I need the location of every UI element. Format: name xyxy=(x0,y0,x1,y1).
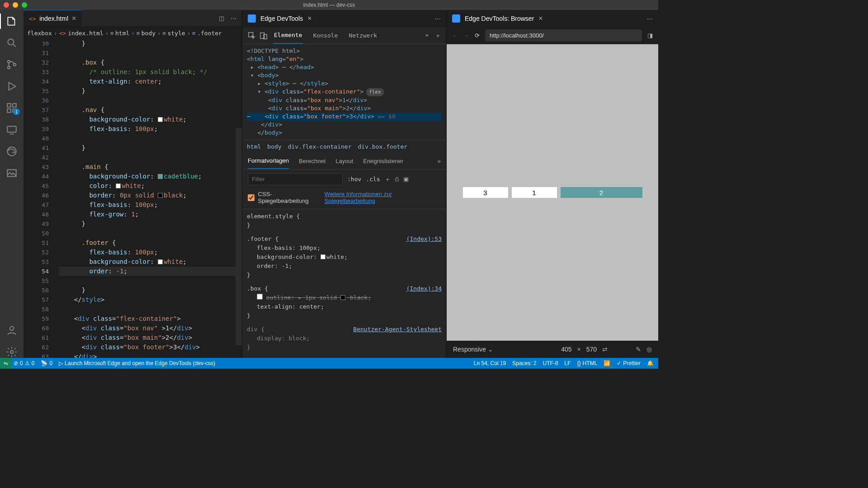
close-icon[interactable]: × xyxy=(307,14,311,23)
eyedropper-icon[interactable]: ✎ xyxy=(636,346,641,353)
svg-rect-10 xyxy=(7,169,16,176)
styles-filter-input[interactable] xyxy=(248,173,343,185)
bell-icon[interactable]: 🔔 xyxy=(647,360,654,366)
svg-point-3 xyxy=(14,63,16,66)
devtools-title: Edge DevTools xyxy=(260,15,303,22)
eol-button[interactable]: LF xyxy=(565,360,571,366)
source-link[interactable]: (Index):34 xyxy=(406,284,442,293)
cls-toggle[interactable]: .cls xyxy=(366,176,380,183)
launch-button[interactable]: ▷ Launch Microsoft Edge and open the Edg… xyxy=(59,360,215,366)
tab-index-html[interactable]: <> index.html × xyxy=(24,10,81,27)
cursor-position[interactable]: Ln 54, Col 19 xyxy=(474,360,506,366)
pin-icon[interactable]: ⎙ xyxy=(395,176,399,183)
back-icon[interactable]: ← xyxy=(452,32,458,39)
reload-icon[interactable]: ⟳ xyxy=(475,32,480,39)
mirror-checkbox[interactable] xyxy=(248,194,255,201)
window-controls[interactable] xyxy=(4,2,27,8)
svg-rect-8 xyxy=(7,126,16,132)
more-icon[interactable]: ⋯ xyxy=(647,15,653,22)
plus-icon[interactable]: ＋ xyxy=(435,32,441,40)
account-icon[interactable] xyxy=(6,324,18,336)
edge-icon[interactable] xyxy=(6,145,18,157)
browser-pane: Edge DevTools: Browser × ⋯ ← → ⟳ http://… xyxy=(447,10,658,358)
forward-icon[interactable]: → xyxy=(463,32,469,39)
tab-styles[interactable]: Formatvorlagen xyxy=(248,153,289,169)
close-window-icon[interactable] xyxy=(4,2,9,8)
dock-icon[interactable]: ◨ xyxy=(647,32,653,39)
close-icon[interactable]: × xyxy=(538,14,542,23)
edge-badge-icon xyxy=(248,14,256,23)
chevron-right-icon[interactable]: » xyxy=(438,153,441,169)
devtools-pane: Edge DevTools × ⋯ Elemente Konsole Netzw… xyxy=(242,10,447,358)
code-editor[interactable]: 3031323334353637383940414243444546474849… xyxy=(24,39,242,358)
explorer-icon[interactable] xyxy=(6,15,18,27)
maximize-window-icon[interactable] xyxy=(22,2,27,8)
breadcrumb[interactable]: flexbox› <>index.html› ⊞html› ⊞body› ⊞st… xyxy=(24,27,242,39)
indent-button[interactable]: Spaces: 2 xyxy=(512,360,536,366)
browser-tab-bar: Edge DevTools: Browser × ⋯ xyxy=(447,10,658,27)
settings-gear-icon[interactable] xyxy=(6,346,18,358)
tab-elements[interactable]: Elemente xyxy=(273,27,303,44)
more-icon[interactable]: ⋯ xyxy=(231,15,236,22)
minimize-window-icon[interactable] xyxy=(13,2,18,8)
box-footer: 3 xyxy=(463,187,508,198)
inspect-icon[interactable] xyxy=(248,32,256,40)
styles-body[interactable]: element.style {} (Index):53 .footer { fl… xyxy=(242,209,446,358)
mirror-link[interactable]: Weitere Informationen zur Spiegelbearbei… xyxy=(325,191,441,204)
split-editor-icon[interactable]: ◫ xyxy=(219,15,224,22)
errors-button[interactable]: ⊘ 0 ⚠ 0 xyxy=(14,360,34,366)
panel-icon[interactable]: ▣ xyxy=(403,176,409,183)
image-icon[interactable] xyxy=(6,167,18,179)
browser-viewport[interactable]: 3 1 2 xyxy=(447,44,658,341)
editor-pane: <> index.html × ◫ ⋯ flexbox› <>index.htm… xyxy=(24,10,242,358)
devtools-toolbar: Elemente Konsole Netzwerk » ＋ xyxy=(242,27,446,44)
titlebar: index.html — dev-css xyxy=(0,0,658,10)
minimap[interactable] xyxy=(236,39,242,358)
dom-tree[interactable]: <!DOCTYPE html> <html lang="en"> ▸ <head… xyxy=(242,44,446,140)
devtools-nav: Elemente Konsole Netzwerk xyxy=(273,27,378,44)
edge-badge-icon xyxy=(452,14,460,23)
width-field[interactable]: 405 xyxy=(561,346,571,353)
height-field[interactable]: 570 xyxy=(586,346,597,353)
more-icon[interactable]: ⋯ xyxy=(435,15,441,22)
tab-layout[interactable]: Layout xyxy=(335,153,353,169)
prettier-button[interactable]: ✓ Prettier xyxy=(617,360,641,366)
rotate-icon[interactable]: ⇄ xyxy=(602,346,608,353)
tab-network[interactable]: Netzwerk xyxy=(348,27,378,44)
html-file-icon: <> xyxy=(29,15,36,22)
golive-button[interactable]: 📶 xyxy=(604,360,610,366)
ports-button[interactable]: 📡 0 xyxy=(41,360,52,366)
device-toggle-icon[interactable] xyxy=(259,32,268,40)
close-icon[interactable]: × xyxy=(72,14,76,23)
address-bar[interactable]: http://localhost:3000/ xyxy=(485,29,642,42)
tab-computed[interactable]: Berechnet xyxy=(299,153,326,169)
devtools-tab-bar: Edge DevTools × ⋯ xyxy=(242,10,446,27)
remote-explorer-icon[interactable] xyxy=(6,124,18,136)
prop-toggle[interactable] xyxy=(257,294,263,300)
remote-button[interactable]: ⇋ xyxy=(0,358,12,369)
svg-point-12 xyxy=(10,351,14,354)
svg-rect-4 xyxy=(7,103,11,107)
target-icon[interactable]: ◎ xyxy=(646,346,652,353)
encoding-button[interactable]: UTF-8 xyxy=(543,360,558,366)
language-button[interactable]: {} HTML xyxy=(577,360,598,366)
status-bar: ⇋ ⊘ 0 ⚠ 0 📡 0 ▷ Launch Microsoft Edge an… xyxy=(0,358,658,369)
hov-toggle[interactable]: :hov xyxy=(347,176,361,183)
mirror-row: CSS-Spiegelbearbeitung Weitere Informati… xyxy=(242,189,446,209)
svg-point-2 xyxy=(8,66,10,69)
device-select[interactable]: Responsive ⌄ xyxy=(453,346,493,353)
plus-icon[interactable]: ＋ xyxy=(385,175,391,183)
tab-console[interactable]: Konsole xyxy=(312,27,339,44)
svg-point-1 xyxy=(8,61,10,63)
search-icon[interactable] xyxy=(6,37,18,49)
chevron-right-icon[interactable]: » xyxy=(425,32,429,40)
run-debug-icon[interactable] xyxy=(6,80,18,92)
dom-breadcrumb[interactable]: html body div.flex-container div.box.foo… xyxy=(242,140,446,153)
extensions-icon[interactable]: 1 xyxy=(6,102,18,114)
editor-tabs: <> index.html × ◫ ⋯ xyxy=(24,10,242,27)
source-control-icon[interactable] xyxy=(6,59,18,70)
svg-rect-5 xyxy=(13,103,16,107)
tab-listeners[interactable]: Ereignislistener xyxy=(363,153,403,169)
extensions-badge: 1 xyxy=(13,108,20,115)
source-link[interactable]: (Index):53 xyxy=(406,235,442,244)
